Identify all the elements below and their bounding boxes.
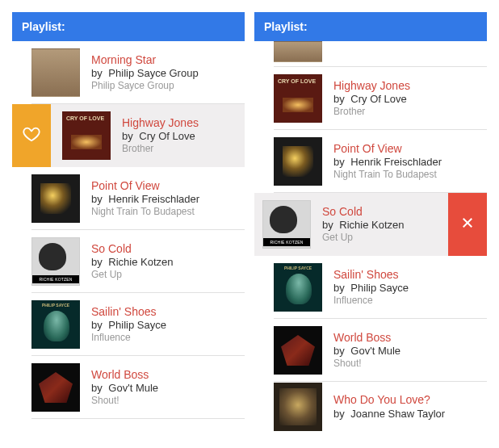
track-title: So Cold <box>91 242 174 257</box>
track-text: Sailin' Shoesby Philip SayceInfluence <box>333 268 409 308</box>
by-label: by <box>91 256 103 268</box>
track-row[interactable]: World Bossby Gov't MuleShout! <box>12 356 245 419</box>
track-text: World Bossby Gov't MuleShout! <box>333 331 400 371</box>
album-cover <box>262 200 311 249</box>
playlist-header-label: Playlist: <box>264 20 308 33</box>
track-title: Highway Jones <box>333 79 410 94</box>
track-album: Influence <box>333 295 409 307</box>
track-cell[interactable]: Highway Jonesby Cry Of LoveBrother <box>254 67 487 130</box>
track-row[interactable]: Morning Starby Philip Sayce GroupPhilip … <box>12 41 245 104</box>
track-row[interactable]: Highway Jonesby Cry Of LoveBrother <box>254 67 487 130</box>
track-row[interactable]: World Bossby Gov't MuleShout! <box>254 319 487 382</box>
by-label: by <box>91 193 103 205</box>
track-title: Highway Jones <box>122 116 199 131</box>
track-row[interactable]: So Coldby Richie KotzenGet Up <box>254 193 487 256</box>
album-cover <box>274 263 322 312</box>
playlist-list[interactable]: Highway Jonesby Cry Of LoveBrotherPoint … <box>254 41 487 432</box>
artist-name: Richie Kotzen <box>106 256 174 268</box>
close-icon <box>460 216 475 233</box>
track-text: So Coldby Richie KotzenGet Up <box>322 205 405 245</box>
track-cell[interactable]: Point Of Viewby Henrik FreischladerNight… <box>12 167 245 230</box>
track-cell[interactable]: Morning Starby Philip Sayce GroupPhilip … <box>12 41 245 104</box>
artist-name: Gov't Mule <box>106 382 158 394</box>
track-artist: by Richie Kotzen <box>322 219 405 232</box>
track-album: Brother <box>333 106 410 118</box>
by-label: by <box>322 219 333 231</box>
track-cell[interactable]: World Bossby Gov't MuleShout! <box>254 319 487 382</box>
track-text: So Coldby Richie KotzenGet Up <box>91 242 174 282</box>
track-artist: by Philip Sayce <box>91 319 166 332</box>
artist-name: Henrik Freischlader <box>348 156 442 168</box>
track-album: Get Up <box>91 269 174 281</box>
track-row[interactable]: Highway Jonesby Cry Of LoveBrother <box>12 104 245 167</box>
track-title: Sailin' Shoes <box>333 268 409 283</box>
playlist-list[interactable]: Morning Starby Philip Sayce GroupPhilip … <box>12 41 245 419</box>
playlist-header-label: Playlist: <box>22 20 65 33</box>
favorite-button[interactable] <box>12 104 51 167</box>
track-text: World Bossby Gov't MuleShout! <box>91 368 158 408</box>
comparison-stage: Playlist: Morning Starby Philip Sayce Gr… <box>0 0 499 448</box>
album-cover <box>31 363 80 412</box>
phone-right: Playlist: Highway Jonesby Cry Of LoveBro… <box>254 11 488 438</box>
track-artist: by Gov't Mule <box>333 345 400 358</box>
track-title: Who Do You Love? <box>333 393 445 408</box>
track-album: Shout! <box>91 395 158 407</box>
track-text: Highway Jonesby Cry Of LoveBrother <box>122 116 199 156</box>
delete-button[interactable] <box>448 193 487 256</box>
track-artist: by Henrik Freischlader <box>91 193 199 206</box>
track-row[interactable]: Who Do You Love?by Joanne Shaw Taylor <box>254 382 487 432</box>
track-album: Get Up <box>322 232 405 244</box>
track-text: Sailin' Shoesby Philip SayceInfluence <box>91 305 166 345</box>
album-cover <box>274 137 322 186</box>
album-cover <box>31 300 80 349</box>
artist-name: Philip Sayce <box>106 319 166 331</box>
artist-name: Cry Of Love <box>348 93 407 105</box>
track-artist: by Joanne Shaw Taylor <box>333 408 445 421</box>
track-title: World Boss <box>91 368 158 383</box>
artist-name: Cry Of Love <box>136 130 195 142</box>
heart-icon <box>23 125 40 146</box>
track-text: Morning Starby Philip Sayce GroupPhilip … <box>91 53 199 93</box>
track-row[interactable]: So Coldby Richie KotzenGet Up <box>12 230 245 293</box>
album-cover <box>31 174 80 223</box>
track-row[interactable]: Point Of Viewby Henrik FreischladerNight… <box>254 130 487 193</box>
track-cell[interactable]: World Bossby Gov't MuleShout! <box>12 356 245 419</box>
by-label: by <box>333 93 345 105</box>
artist-name: Philip Sayce <box>348 282 409 294</box>
track-cell[interactable]: Point Of Viewby Henrik FreischladerNight… <box>254 130 487 193</box>
track-cell[interactable]: Highway Jonesby Cry Of LoveBrother <box>51 104 245 167</box>
track-cell[interactable]: Sailin' Shoesby Philip SayceInfluence <box>254 256 487 319</box>
track-title: Point Of View <box>333 142 442 157</box>
track-title: Sailin' Shoes <box>91 305 166 320</box>
track-text: Point Of Viewby Henrik FreischladerNight… <box>333 142 442 182</box>
album-cover <box>274 383 322 431</box>
track-cell[interactable]: Sailin' Shoesby Philip SayceInfluence <box>12 293 245 356</box>
track-cell[interactable]: So Coldby Richie KotzenGet Up <box>254 193 448 256</box>
track-cell[interactable]: Who Do You Love?by Joanne Shaw Taylor <box>254 382 487 432</box>
artist-name: Gov't Mule <box>348 345 400 357</box>
by-label: by <box>122 130 133 142</box>
artist-name: Joanne Shaw Taylor <box>348 408 445 420</box>
track-artist: by Cry Of Love <box>122 130 199 143</box>
phone-left: Playlist: Morning Starby Philip Sayce Gr… <box>11 11 245 438</box>
by-label: by <box>333 282 345 294</box>
track-album: Influence <box>91 332 166 344</box>
by-label: by <box>333 408 345 420</box>
track-album: Shout! <box>333 358 400 370</box>
track-row[interactable]: Point Of Viewby Henrik FreischladerNight… <box>12 167 245 230</box>
by-label: by <box>91 67 103 79</box>
track-row-partial[interactable] <box>254 41 487 67</box>
track-row[interactable]: Sailin' Shoesby Philip SayceInfluence <box>254 256 487 319</box>
track-row[interactable]: Sailin' Shoesby Philip SayceInfluence <box>12 293 245 356</box>
album-cover <box>31 237 80 286</box>
album-cover <box>274 74 322 123</box>
by-label: by <box>91 382 103 394</box>
track-artist: by Henrik Freischlader <box>333 156 442 169</box>
album-cover <box>274 41 322 62</box>
track-cell[interactable]: So Coldby Richie KotzenGet Up <box>12 230 245 293</box>
track-cell[interactable] <box>254 41 487 67</box>
track-album: Night Train To Budapest <box>91 206 199 218</box>
track-text: Point Of Viewby Henrik FreischladerNight… <box>91 179 199 219</box>
album-cover <box>62 111 111 160</box>
by-label: by <box>333 156 345 168</box>
